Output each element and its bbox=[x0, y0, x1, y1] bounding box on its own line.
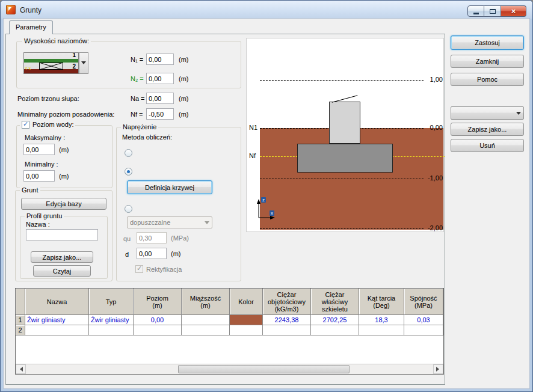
cell-miazszosc[interactable] bbox=[182, 325, 230, 335]
check-icon: ✓ bbox=[23, 120, 28, 128]
water-level-checkbox[interactable]: ✓ bbox=[22, 121, 29, 129]
na-unit: (m) bbox=[179, 95, 189, 103]
close-dialog-button[interactable]: Zamknij bbox=[451, 55, 524, 68]
d-input[interactable] bbox=[137, 248, 167, 259]
scroll-right-button[interactable] bbox=[433, 364, 443, 374]
na-input[interactable] bbox=[146, 93, 174, 104]
n1-marker: N1 bbox=[249, 124, 257, 132]
profile-name-input[interactable] bbox=[26, 229, 98, 240]
title-bar[interactable]: Grunty × bbox=[1, 1, 532, 19]
soil-group-title: Grunt bbox=[20, 186, 40, 194]
cell-typ[interactable] bbox=[89, 325, 134, 335]
cell-ciezar-wlasciwy[interactable]: 2702,25 bbox=[311, 315, 359, 325]
table-row: 1 Żwir gliniasty Żwir gliniasty 0,00 224… bbox=[16, 315, 443, 325]
d-label: d bbox=[125, 251, 129, 259]
row-number-cell[interactable]: 2 bbox=[16, 325, 25, 335]
level-label-minus2: -2,00 bbox=[424, 224, 443, 232]
water-level-checkbox-row[interactable]: ✓ Poziom wody: bbox=[20, 121, 75, 129]
allowed-stress-dropdown: dopuszczalne bbox=[127, 216, 212, 228]
table-header-row: Nazwa Typ Poziom(m) Miąższość(m) Kolor C… bbox=[16, 289, 443, 315]
cell-spojnosc[interactable]: 0,03 bbox=[404, 315, 443, 325]
save-as-button[interactable]: Zapisz jako... bbox=[451, 123, 524, 136]
scrollbar-thumb[interactable] bbox=[178, 365, 350, 373]
cell-spojnosc[interactable] bbox=[404, 325, 443, 335]
preset-dropdown[interactable] bbox=[451, 106, 524, 120]
cell-typ[interactable]: Żwir gliniasty bbox=[89, 315, 134, 325]
nf-unit: (m) bbox=[179, 111, 189, 118]
column-header-miazszosc: Miąższość(m) bbox=[182, 289, 230, 315]
cell-ciezar-wlasciwy[interactable] bbox=[311, 325, 359, 335]
water-max-label: Maksymalny : bbox=[25, 134, 65, 142]
profile-save-as-button[interactable]: Zapisz jako... bbox=[31, 251, 93, 263]
window-title: Grunty bbox=[20, 6, 42, 14]
help-button[interactable]: Pomoc bbox=[451, 73, 524, 86]
water-min-input[interactable] bbox=[23, 170, 55, 182]
level-line-minus2 bbox=[260, 228, 424, 229]
maximize-button[interactable] bbox=[484, 5, 501, 17]
cell-miazszosc[interactable] bbox=[182, 315, 230, 325]
row-number-cell[interactable]: 1 bbox=[16, 315, 25, 325]
na-label: Na = bbox=[131, 95, 145, 103]
foundation-footing bbox=[297, 144, 393, 173]
radio-icon bbox=[125, 149, 132, 157]
water-max-input[interactable] bbox=[23, 144, 55, 155]
minimize-button[interactable] bbox=[467, 5, 484, 17]
cell-kat-tarcia[interactable] bbox=[359, 325, 404, 335]
radio-selected-icon bbox=[125, 168, 132, 176]
n1-label: N₁ = bbox=[131, 56, 143, 64]
qu-input bbox=[137, 232, 167, 243]
close-button[interactable]: × bbox=[501, 5, 526, 17]
qu-unit: (MPa) bbox=[171, 234, 189, 242]
cell-ciezar-objetosciowy[interactable]: 2243,38 bbox=[263, 315, 311, 325]
delete-button[interactable]: Usuń bbox=[451, 139, 524, 152]
pier-level-label: Poziom trzonu słupa: bbox=[17, 95, 79, 103]
preview-level-1: 1 bbox=[72, 52, 76, 58]
cell-nazwa[interactable]: Żwir gliniasty bbox=[25, 315, 89, 325]
stress-group-title: Naprężenie bbox=[121, 123, 158, 131]
curve-definition-button[interactable]: Definicja krzywej bbox=[127, 180, 212, 194]
arrow-right-icon bbox=[436, 367, 442, 372]
soil-levels-preview: 1 2 Y x bbox=[23, 52, 79, 74]
water-min-label: Minimalny : bbox=[25, 161, 58, 168]
cell-poziom[interactable] bbox=[134, 325, 182, 335]
n2-unit: (m) bbox=[179, 75, 189, 83]
rectification-label: Rektyfikacja bbox=[146, 266, 182, 274]
nf-marker: Nf bbox=[249, 152, 256, 160]
d-unit: (m) bbox=[171, 250, 181, 258]
app-icon bbox=[6, 5, 16, 14]
water-max-unit: (m) bbox=[59, 146, 69, 154]
cell-kat-tarcia[interactable]: 18,3 bbox=[359, 315, 404, 325]
cell-nazwa[interactable] bbox=[25, 325, 89, 335]
cell-kolor[interactable] bbox=[230, 315, 263, 325]
calc-method-label: Metoda obliczeń: bbox=[122, 133, 172, 141]
n1-input[interactable] bbox=[146, 54, 174, 65]
water-group-title: Poziom wody: bbox=[32, 121, 73, 129]
foundation-preview-canvas: 1,00 0,00 -1,00 -2,00 N1 Nf z x bbox=[246, 38, 444, 232]
column-header-corner bbox=[16, 289, 25, 315]
cell-kolor[interactable] bbox=[230, 325, 263, 335]
radio-icon bbox=[125, 205, 132, 213]
maximize-icon bbox=[490, 9, 496, 14]
heights-group-title: Wysokości naziomów: bbox=[22, 37, 91, 45]
tab-parametry[interactable]: Parametry bbox=[9, 20, 53, 34]
cell-ciezar-objetosciowy[interactable] bbox=[263, 325, 311, 335]
edit-database-button[interactable]: Edycja bazy bbox=[21, 198, 106, 210]
chevron-down-icon bbox=[81, 61, 86, 67]
scroll-left-button[interactable] bbox=[16, 364, 26, 374]
cell-poziom[interactable]: 0,00 bbox=[134, 315, 182, 325]
min-foundation-label: Minimalny poziom posadowienia: bbox=[17, 111, 114, 118]
level-label-plus1: 1,00 bbox=[426, 76, 443, 84]
axis-x-label: x bbox=[270, 210, 274, 216]
check-icon: ✓ bbox=[137, 265, 142, 272]
nf-input[interactable] bbox=[146, 108, 174, 120]
levels-preview-dropdown[interactable] bbox=[79, 52, 88, 74]
n1-unit: (m) bbox=[179, 56, 189, 64]
profile-read-button[interactable]: Czytaj bbox=[33, 265, 91, 277]
horizontal-scrollbar[interactable] bbox=[16, 364, 443, 374]
column-header-spojnosc: Spójność(MPa) bbox=[404, 289, 443, 315]
level-line-minus1 bbox=[260, 179, 424, 179]
apply-button[interactable]: Zastosuj bbox=[451, 35, 524, 50]
soil-table: Nazwa Typ Poziom(m) Miąższość(m) Kolor C… bbox=[15, 288, 444, 375]
n2-label: N₂ = bbox=[131, 75, 144, 83]
n2-input[interactable] bbox=[146, 73, 174, 84]
